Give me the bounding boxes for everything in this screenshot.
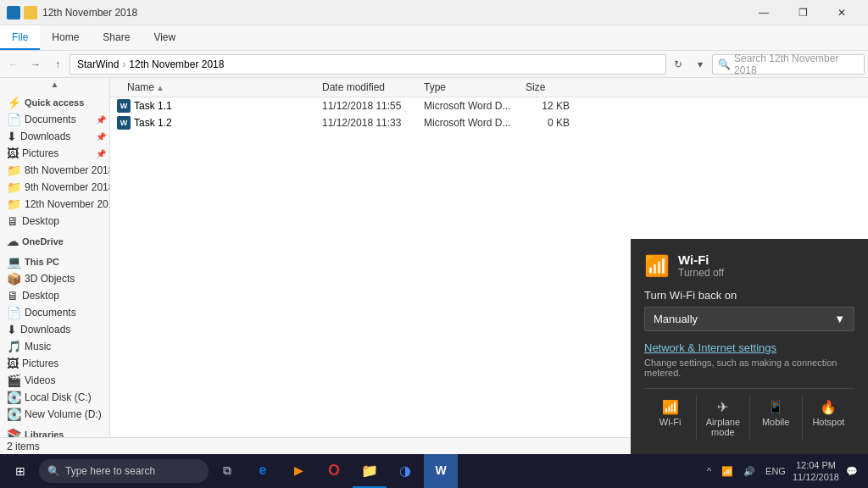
music-icon: 🎵 xyxy=(7,340,21,353)
hotspot-icon: 🔥 xyxy=(804,399,853,415)
sidebar-item-onedrive[interactable]: ☁ OneDrive xyxy=(0,230,109,250)
language-indicator[interactable]: ENG xyxy=(762,464,789,478)
sidebar-item-documents-pinned[interactable]: 📄 Documents 📌 xyxy=(0,111,109,128)
sidebar-label-9nov: 9th November 2018 xyxy=(25,181,110,193)
tab-file[interactable]: File xyxy=(0,25,40,50)
sidebar-item-3d-objects[interactable]: 📦 3D Objects xyxy=(0,270,109,287)
taskbar-word[interactable]: W xyxy=(424,454,458,488)
pictures-icon: 🖼 xyxy=(7,357,19,370)
hotspot-button[interactable]: 🔥 Hotspot xyxy=(803,396,854,441)
sidebar-label-12nov: 12th November 2018 xyxy=(25,198,110,210)
sidebar-label-desktop-pinned: Desktop xyxy=(22,215,59,227)
tab-share[interactable]: Share xyxy=(91,25,142,50)
column-name-label: Name xyxy=(127,81,154,93)
column-size[interactable]: Size xyxy=(526,81,576,93)
pin-icon: 📌 xyxy=(96,115,106,125)
mobile-button[interactable]: 📱 Mobile xyxy=(750,396,803,441)
mobile-icon: 📱 xyxy=(752,399,800,415)
sidebar-item-videos[interactable]: 🎬 Videos xyxy=(0,372,109,389)
taskbar: ⊞ 🔍 Type here to search ⧉ e ▶ O 📁 ◑ W ^ … xyxy=(0,454,868,488)
sidebar-item-new-volume[interactable]: 💽 New Volume (D:) xyxy=(0,406,109,423)
minimize-button[interactable]: — xyxy=(744,0,783,25)
restore-button[interactable]: ❐ xyxy=(783,0,822,25)
table-row[interactable]: W Task 1.2 11/12/2018 11:33 Microsoft Wo… xyxy=(110,114,868,131)
sidebar-item-downloads-pinned[interactable]: ⬇ Downloads 📌 xyxy=(0,128,109,145)
sidebar-item-9nov[interactable]: 📁 9th November 2018 xyxy=(0,179,109,196)
path-separator-1: › xyxy=(122,58,125,70)
sidebar-scroll-up[interactable]: ▲ xyxy=(0,78,109,91)
sidebar-item-8nov[interactable]: 📁 8th November 2018 xyxy=(0,162,109,179)
sidebar-item-local-disk[interactable]: 💽 Local Disk (C:) xyxy=(0,389,109,406)
taskbar-opera[interactable]: O xyxy=(317,454,351,488)
wifi-title: Wi-Fi xyxy=(678,252,724,267)
taskbar-chrome[interactable]: ◑ xyxy=(388,454,422,488)
sidebar-item-desktop-pinned[interactable]: 🖥 Desktop xyxy=(0,213,109,230)
forward-button[interactable]: → xyxy=(25,54,46,75)
column-type[interactable]: Type xyxy=(424,81,526,93)
sidebar-label-quick-access: Quick access xyxy=(25,97,84,108)
tray-clock[interactable]: 12:04 PM 11/12/2018 xyxy=(793,459,839,484)
file-list-header: Name ▲ Date modified Type Size xyxy=(110,78,868,97)
dropdown-button[interactable]: ▾ xyxy=(690,54,710,75)
show-hidden-icons[interactable]: ^ xyxy=(704,464,715,478)
speaker-tray-icon[interactable]: 🔊 xyxy=(740,464,759,479)
address-path[interactable]: StarWind › 12th November 2018 xyxy=(70,54,666,75)
downloads-icon: ⬇ xyxy=(7,323,17,336)
wifi-tray-icon[interactable]: 📶 xyxy=(718,464,737,479)
start-button[interactable]: ⊞ xyxy=(3,454,37,488)
taskbar-task-view[interactable]: ⧉ xyxy=(210,454,244,488)
taskbar-search[interactable]: 🔍 Type here to search xyxy=(39,459,209,483)
sidebar-item-this-pc[interactable]: 💻 This PC xyxy=(0,250,109,270)
notification-button[interactable]: 💬 xyxy=(843,464,861,479)
sidebar-item-documents[interactable]: 📄 Documents xyxy=(0,304,109,321)
sidebar-item-libraries: 📚 Libraries xyxy=(0,423,109,437)
wifi-toggle-button[interactable]: 📶 Wi-Fi xyxy=(644,396,697,441)
sidebar-label-this-pc: This PC xyxy=(25,257,59,267)
taskbar-edge[interactable]: e xyxy=(246,454,280,488)
taskbar-vlc[interactable]: ▶ xyxy=(281,454,315,488)
sidebar-item-downloads[interactable]: ⬇ Downloads xyxy=(0,321,109,338)
wifi-status: Turned off xyxy=(678,267,724,279)
tab-home[interactable]: Home xyxy=(40,25,91,50)
tab-view[interactable]: View xyxy=(142,25,187,50)
taskbar-file-explorer[interactable]: 📁 xyxy=(353,454,387,488)
up-button[interactable]: ↑ xyxy=(47,54,68,75)
sidebar-label-pictures: Pictures xyxy=(22,358,58,369)
file-name-2: Task 1.2 xyxy=(134,117,172,129)
status-count: 2 items xyxy=(7,441,40,452)
search-icon: 🔍 xyxy=(718,58,731,70)
sort-arrow: ▲ xyxy=(156,83,164,92)
sidebar-item-music[interactable]: 🎵 Music xyxy=(0,338,109,355)
documents-pinned-icon: 📄 xyxy=(7,113,21,126)
sidebar-label-videos: Videos xyxy=(25,374,55,386)
sidebar-label-libraries: Libraries xyxy=(25,430,64,437)
title-bar-icons xyxy=(7,6,37,19)
search-box[interactable]: 🔍 Search 12th November 2018 xyxy=(712,54,865,75)
file-date-2: 11/12/2018 11:33 xyxy=(322,117,424,129)
sidebar-item-pictures[interactable]: 🖼 Pictures xyxy=(0,355,109,372)
onedrive-icon: ☁ xyxy=(7,235,19,248)
network-settings-link[interactable]: Network & Internet settings xyxy=(644,341,854,354)
sidebar-label-new-volume: New Volume (D:) xyxy=(25,408,102,420)
this-pc-icon: 💻 xyxy=(7,255,21,269)
sidebar-item-12nov[interactable]: 📁 12th November 2018 xyxy=(0,196,109,213)
window-title: 12th November 2018 xyxy=(42,7,744,19)
refresh-button[interactable]: ↻ xyxy=(668,54,688,75)
pictures-pinned-icon: 🖼 xyxy=(7,147,19,160)
airplane-mode-button[interactable]: ✈ Airplane mode xyxy=(697,396,749,441)
sidebar-item-desktop[interactable]: 🖥 Desktop xyxy=(0,287,109,304)
app-icon-1 xyxy=(7,6,20,19)
column-name[interactable]: Name ▲ xyxy=(110,81,322,93)
sidebar-label-local-disk: Local Disk (C:) xyxy=(25,391,92,403)
sidebar-item-pictures-pinned[interactable]: 🖼 Pictures 📌 xyxy=(0,145,109,162)
table-row[interactable]: W Task 1.1 11/12/2018 11:55 Microsoft Wo… xyxy=(110,97,868,114)
file-size-2: 0 KB xyxy=(526,117,576,129)
column-date[interactable]: Date modified xyxy=(322,81,424,93)
airplane-icon: ✈ xyxy=(698,399,747,415)
address-bar: ← → ↑ StarWind › 12th November 2018 ↻ ▾ … xyxy=(0,51,868,78)
back-button[interactable]: ← xyxy=(3,54,24,75)
sidebar-item-quick-access: ⚡ Quick access xyxy=(0,91,109,111)
word-icon-2: W xyxy=(117,116,131,130)
wifi-dropdown[interactable]: Manually ▼ xyxy=(644,307,854,331)
close-button[interactable]: ✕ xyxy=(822,0,861,25)
